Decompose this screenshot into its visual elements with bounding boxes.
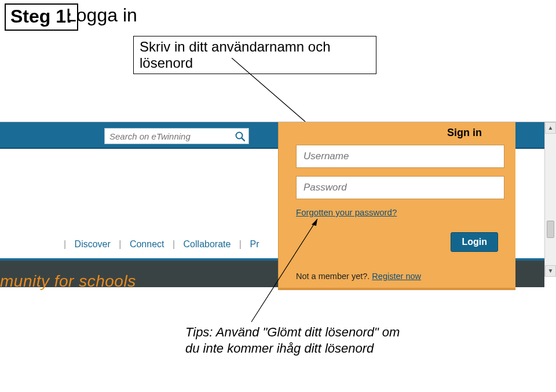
step-number: Steg 1:	[10, 6, 72, 27]
nav-discover[interactable]: Discover	[75, 239, 111, 249]
scroll-thumb[interactable]	[547, 221, 554, 238]
svg-line-4	[251, 219, 317, 322]
hero-slogan: munity for schools	[0, 272, 136, 291]
search-box	[104, 128, 249, 144]
step-title: Logga in	[64, 3, 140, 27]
nav-connect[interactable]: Connect	[130, 239, 164, 249]
svg-line-3	[242, 138, 245, 141]
search-icon[interactable]	[235, 131, 246, 142]
register-link[interactable]: Register now	[372, 272, 421, 281]
svg-marker-5	[312, 219, 317, 226]
login-button[interactable]: Login	[451, 232, 498, 252]
username-field[interactable]	[296, 145, 504, 168]
signin-title: Sign in	[296, 127, 504, 139]
password-field[interactable]	[296, 176, 504, 199]
arrow-to-tips	[248, 219, 341, 326]
scroll-track[interactable]	[545, 134, 556, 265]
vertical-scrollbar[interactable]: ▲ ▼	[544, 122, 556, 277]
search-input[interactable]	[105, 129, 229, 144]
nav-collaborate[interactable]: Collaborate	[184, 239, 231, 249]
nav-row: | Discover | Connect | Collaborate | Pr	[58, 239, 259, 250]
scroll-up-button[interactable]: ▲	[545, 122, 556, 134]
forgot-password-link[interactable]: Forgotten your password?	[296, 207, 504, 217]
callout-tips: Tips: Använd "Glömt ditt lösenord" om du…	[185, 324, 405, 356]
nav-sep: |	[64, 239, 66, 249]
nav-sep: |	[239, 239, 242, 249]
nav-sep: |	[119, 239, 121, 249]
scroll-down-button[interactable]: ▼	[545, 265, 556, 277]
nav-sep: |	[173, 239, 175, 249]
